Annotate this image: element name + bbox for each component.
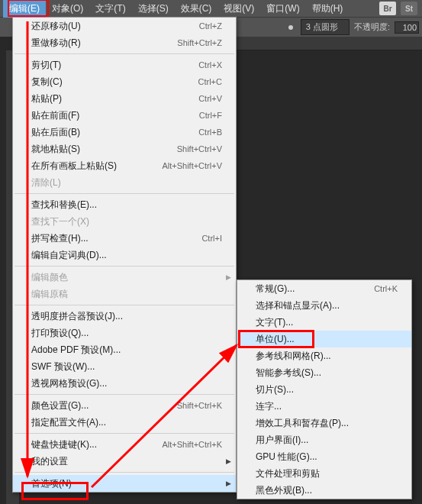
edit-menu-item-23[interactable]: SWF 预设(W)... [13, 358, 236, 375]
chevron-right-icon: ▶ [226, 480, 231, 487]
menu-item-label: SWF 预设(W)... [31, 360, 222, 373]
prefs-menu-item-4[interactable]: 参考线和网格(R)... [237, 347, 411, 364]
menu-separator [14, 193, 234, 194]
badge-st[interactable]: St [401, 2, 417, 15]
menu-item-label: 查找和替换(E)... [31, 199, 222, 212]
edit-menu-item-1[interactable]: 重做移动(R)Shift+Ctrl+Z [13, 34, 236, 51]
menu-item-label: 增效工具和暂存盘(P)... [256, 417, 398, 430]
edit-menu-item-0[interactable]: 还原移动(U)Ctrl+Z [13, 18, 236, 34]
edit-menu-item-5[interactable]: 粘贴(P)Ctrl+V [13, 90, 236, 107]
edit-menu-item-3[interactable]: 剪切(T)Ctrl+X [13, 57, 236, 73]
edit-menu-item-22[interactable]: Adobe PDF 预设(M)... [13, 341, 236, 358]
edit-menu-item-18: 编辑原稿 [13, 286, 236, 302]
menu-object[interactable]: 对象(O) [46, 0, 89, 18]
prefs-menu-item-12[interactable]: 黑色外观(B)... [237, 482, 411, 499]
menu-item-label: 用户界面(I)... [256, 434, 398, 447]
menu-item-label: 常规(G)... [256, 283, 374, 296]
menu-item-label: 清除(L) [31, 176, 222, 189]
edit-menu-item-30[interactable]: 我的设置▶ [13, 453, 236, 470]
prefs-menu-item-3[interactable]: 单位(U)... [237, 331, 411, 347]
edit-menu-item-8[interactable]: 就地粘贴(S)Shift+Ctrl+V [13, 141, 236, 157]
menu-item-label: 首选项(N) [31, 477, 222, 490]
menu-item-label: Adobe PDF 预设(M)... [31, 344, 222, 357]
stroke-dot-icon [288, 25, 293, 30]
menu-item-shortcut: Shift+Ctrl+Z [177, 38, 222, 47]
menu-help[interactable]: 帮助(H) [306, 0, 350, 18]
edit-menu-item-15[interactable]: 编辑自定词典(D)... [13, 247, 236, 263]
menu-item-label: 黑色外观(B)... [256, 484, 398, 497]
edit-menu-item-26[interactable]: 颜色设置(G)...Shift+Ctrl+K [13, 397, 236, 414]
menu-separator [14, 394, 234, 395]
stroke-preset-select[interactable]: 3 点圆形 [301, 19, 350, 35]
menu-item-label: 编辑自定词典(D)... [31, 249, 222, 262]
edit-menu-item-29[interactable]: 键盘快捷键(K)...Alt+Shift+Ctrl+K [13, 436, 236, 453]
menu-window[interactable]: 窗口(W) [260, 0, 305, 18]
edit-menu-item-32[interactable]: 首选项(N)▶ [13, 475, 236, 492]
edit-menu-item-10: 清除(L) [13, 174, 236, 191]
menu-item-label: 重做移动(R) [31, 37, 177, 50]
menu-item-label: 贴在前面(F) [31, 109, 199, 122]
menu-item-label: 连字... [256, 400, 398, 413]
menu-item-label: 文字(T)... [256, 316, 398, 329]
menu-item-label: 透视网格预设(G)... [31, 377, 222, 390]
edit-menu-item-24[interactable]: 透视网格预设(G)... [13, 375, 236, 392]
menu-item-label: 就地粘贴(S) [31, 143, 177, 156]
menu-item-shortcut: Ctrl+X [198, 60, 222, 69]
menu-item-shortcut: Ctrl+Z [199, 21, 222, 31]
prefs-menu-item-7[interactable]: 连字... [237, 398, 411, 415]
menu-item-label: GPU 性能(G)... [256, 451, 398, 464]
menu-separator [14, 433, 234, 434]
menu-separator [14, 266, 234, 267]
prefs-menu-item-10[interactable]: GPU 性能(G)... [237, 448, 411, 465]
menu-item-label: 编辑原稿 [31, 288, 222, 301]
menu-separator [14, 53, 234, 54]
menu-effect[interactable]: 效果(C) [175, 0, 218, 18]
prefs-menu-item-1[interactable]: 选择和锚点显示(A)... [237, 297, 411, 314]
prefs-menu-item-0[interactable]: 常规(G)...Ctrl+K [237, 280, 411, 297]
menu-item-label: 查找下一个(X) [31, 215, 222, 228]
menu-item-label: 键盘快捷键(K)... [31, 438, 162, 451]
edit-menu-item-21[interactable]: 打印预设(Q)... [13, 325, 236, 341]
chevron-right-icon: ▶ [226, 273, 231, 281]
prefs-menu-item-9[interactable]: 用户界面(I)... [237, 431, 411, 448]
menu-select[interactable]: 选择(S) [132, 0, 175, 18]
menu-item-label: 复制(C) [31, 76, 198, 89]
menu-item-shortcut: Ctrl+I [201, 234, 222, 243]
prefs-menu-item-6[interactable]: 切片(S)... [237, 381, 411, 398]
prefs-menu-item-5[interactable]: 智能参考线(S)... [237, 364, 411, 381]
edit-menu-item-27[interactable]: 指定配置文件(A)... [13, 414, 236, 431]
menu-item-shortcut: Ctrl+K [374, 284, 398, 293]
edit-menu-item-20[interactable]: 透明度拼合器预设(J)... [13, 308, 236, 325]
menu-item-shortcut: Ctrl+V [198, 94, 222, 103]
prefs-menu-item-8[interactable]: 增效工具和暂存盘(P)... [237, 415, 411, 431]
menu-item-label: 切片(S)... [256, 383, 398, 396]
edit-menu-item-12[interactable]: 查找和替换(E)... [13, 196, 236, 213]
edit-menu-item-13: 查找下一个(X) [13, 213, 236, 230]
menu-item-label: 智能参考线(S)... [256, 367, 398, 380]
menu-item-shortcut: Shift+Ctrl+V [177, 144, 222, 153]
menu-edit[interactable]: 编辑(E) [3, 0, 46, 18]
menu-item-label: 编辑颜色 [31, 271, 222, 284]
menu-item-label: 颜色设置(G)... [31, 399, 177, 412]
menu-item-label: 在所有画板上粘贴(S) [31, 160, 162, 173]
menu-item-label: 拼写检查(H)... [31, 232, 201, 245]
edit-menu-item-6[interactable]: 贴在前面(F)Ctrl+F [13, 107, 236, 124]
menu-text[interactable]: 文字(T) [89, 0, 131, 18]
menu-item-label: 打印预设(Q)... [31, 327, 222, 340]
opacity-label: 不透明度: [354, 21, 390, 33]
menu-item-shortcut: Alt+Shift+Ctrl+K [162, 440, 222, 449]
menu-item-shortcut: Ctrl+B [198, 128, 222, 137]
opacity-input[interactable]: 100 [395, 21, 419, 34]
chevron-right-icon: ▶ [226, 457, 231, 465]
prefs-menu-item-11[interactable]: 文件处理和剪贴 [237, 465, 411, 482]
menu-item-label: 贴在后面(B) [31, 126, 198, 139]
edit-menu-item-9[interactable]: 在所有画板上粘贴(S)Alt+Shift+Ctrl+V [13, 157, 236, 174]
edit-menu-item-4[interactable]: 复制(C)Ctrl+C [13, 73, 236, 90]
edit-menu-item-14[interactable]: 拼写检查(H)...Ctrl+I [13, 230, 236, 247]
edit-dropdown: 还原移动(U)Ctrl+Z重做移动(R)Shift+Ctrl+Z剪切(T)Ctr… [12, 17, 237, 493]
menu-item-shortcut: Alt+Shift+Ctrl+V [162, 161, 222, 170]
prefs-menu-item-2[interactable]: 文字(T)... [237, 314, 411, 331]
badge-br[interactable]: Br [379, 2, 396, 15]
edit-menu-item-7[interactable]: 贴在后面(B)Ctrl+B [13, 124, 236, 141]
menu-view[interactable]: 视图(V) [217, 0, 260, 18]
